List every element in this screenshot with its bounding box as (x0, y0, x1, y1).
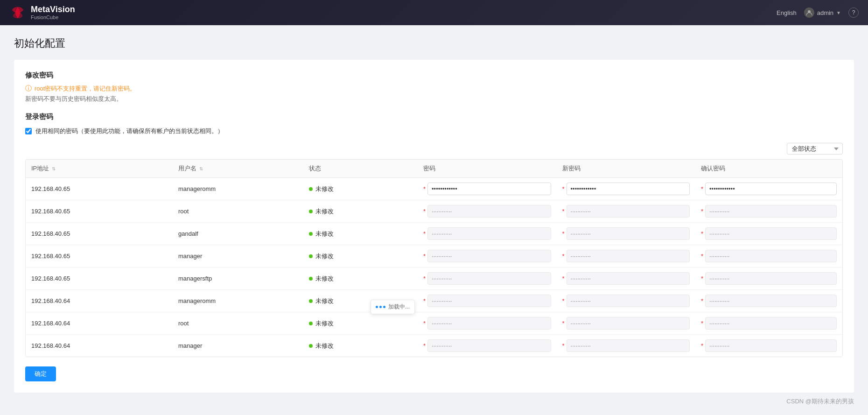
cell-username: manageromm (173, 290, 303, 312)
required-star: * (562, 208, 565, 215)
status-filter-select[interactable]: 全部状态 未修改 已修改 (787, 143, 843, 155)
cell-password: * (418, 245, 557, 267)
required-star: * (562, 185, 565, 192)
cell-username: root (173, 312, 303, 335)
new-password-input[interactable] (567, 227, 690, 240)
new-password-input[interactable] (567, 205, 690, 218)
password-input[interactable] (427, 227, 551, 240)
required-star: * (701, 253, 703, 260)
password-input[interactable] (427, 295, 551, 307)
confirm-password-input[interactable] (705, 205, 837, 218)
filter-row: 全部状态 未修改 已修改 (25, 143, 843, 155)
cell-password: * (418, 335, 557, 357)
new-password-input[interactable] (567, 295, 690, 307)
info-text: 新密码不要与历史密码相似度太高。 (25, 95, 843, 103)
password-input[interactable] (427, 317, 551, 330)
cell-new-password: * (557, 178, 696, 200)
cell-username: managersftp (173, 267, 303, 290)
confirm-password-input[interactable] (705, 295, 837, 307)
cell-confirm-password: * (695, 290, 842, 312)
col-ip: IP地址 ⇅ (26, 160, 173, 178)
password-input[interactable] (427, 339, 551, 352)
modify-password-section-title: 修改密码 (25, 71, 843, 80)
col-ip-sort-icon[interactable]: ⇅ (52, 166, 56, 171)
required-star: * (562, 253, 565, 260)
status-text: 未修改 (315, 319, 334, 328)
cell-new-password: * (557, 312, 696, 335)
col-status: 状态 (303, 160, 418, 178)
logo-text: MetaVision FusionCube (31, 5, 75, 21)
cell-username: manager (173, 335, 303, 357)
status-dot (309, 344, 313, 348)
language-selector[interactable]: English (777, 9, 797, 16)
password-input[interactable] (427, 205, 551, 218)
new-password-input[interactable] (567, 339, 690, 352)
status-text: 未修改 (315, 252, 334, 260)
new-password-input[interactable] (567, 272, 690, 285)
cell-status: 未修改 (303, 267, 418, 290)
cell-password: * (418, 223, 557, 245)
confirm-password-input[interactable] (705, 339, 837, 352)
status-text: 未修改 (315, 207, 334, 216)
required-star: * (701, 185, 703, 192)
cell-ip: 192.168.40.64 (26, 312, 173, 335)
logo-subtitle: FusionCube (31, 14, 75, 21)
main-card: 修改密码 ⓘ root密码不支持重置，请记住新密码。 新密码不要与历史密码相似度… (14, 60, 854, 393)
confirm-password-input[interactable] (705, 183, 837, 195)
user-menu[interactable]: admin ▼ (804, 7, 841, 18)
col-password-label: 密码 (423, 165, 435, 172)
main-content: 初始化配置 修改密码 ⓘ root密码不支持重置，请记住新密码。 新密码不要与历… (0, 25, 868, 415)
cell-ip: 192.168.40.65 (26, 245, 173, 267)
cell-ip: 192.168.40.65 (26, 223, 173, 245)
new-password-input[interactable] (567, 317, 690, 330)
same-password-checkbox-row: 使用相同的密码（要使用此功能，请确保所有帐户的当前状态相同。） (25, 127, 843, 135)
cell-confirm-password: * (695, 200, 842, 223)
confirm-password-input[interactable] (705, 250, 837, 262)
password-input[interactable] (427, 272, 551, 285)
warning-icon: ⓘ (25, 84, 32, 93)
help-icon: ? (852, 9, 855, 16)
confirm-password-input[interactable] (705, 317, 837, 330)
col-username: 用户名 ⇅ (173, 160, 303, 178)
warning-text: root密码不支持重置，请记住新密码。 (35, 84, 136, 93)
warning-row: ⓘ root密码不支持重置，请记住新密码。 (25, 84, 843, 93)
confirm-button[interactable]: 确定 (25, 366, 56, 381)
help-button[interactable]: ? (848, 7, 859, 18)
table-row: 192.168.40.65gandalf未修改*** (26, 223, 842, 245)
cell-new-password: * (557, 245, 696, 267)
cell-username: root (173, 200, 303, 223)
chevron-down-icon: ▼ (836, 10, 841, 15)
required-star: * (423, 320, 426, 327)
cell-ip: 192.168.40.64 (26, 290, 173, 312)
col-ip-label: IP地址 (31, 165, 49, 172)
table-row: 192.168.40.65managersftp未修改*** (26, 267, 842, 290)
same-password-checkbox[interactable] (25, 128, 32, 134)
watermark: CSDN @期待未来的男孩 (786, 397, 854, 406)
col-username-sort-icon[interactable]: ⇅ (199, 166, 203, 171)
required-star: * (562, 297, 565, 304)
header-right: English admin ▼ ? (777, 7, 859, 18)
status-text: 未修改 (315, 230, 334, 238)
confirm-password-input[interactable] (705, 272, 837, 285)
status-dot (309, 254, 313, 258)
password-input[interactable] (427, 250, 551, 262)
table-row: 192.168.40.64manager未修改*** (26, 335, 842, 357)
col-username-label: 用户名 (178, 165, 196, 172)
confirm-password-input[interactable] (705, 227, 837, 240)
password-input[interactable] (427, 183, 551, 195)
required-star: * (562, 230, 565, 237)
cell-status: 未修改 (303, 200, 418, 223)
cell-status: 未修改 (303, 223, 418, 245)
table-header-row: IP地址 ⇅ 用户名 ⇅ 状态 密码 (26, 160, 842, 178)
status-dot (309, 277, 313, 281)
password-table: IP地址 ⇅ 用户名 ⇅ 状态 密码 (26, 160, 842, 357)
new-password-input[interactable] (567, 183, 690, 195)
required-star: * (423, 230, 426, 237)
username-label: admin (817, 9, 833, 16)
new-password-input[interactable] (567, 250, 690, 262)
required-star: * (423, 297, 426, 304)
required-star: * (701, 208, 703, 215)
cell-password: * (418, 200, 557, 223)
required-star: * (423, 208, 426, 215)
table-row: 192.168.40.65manager未修改*** (26, 245, 842, 267)
